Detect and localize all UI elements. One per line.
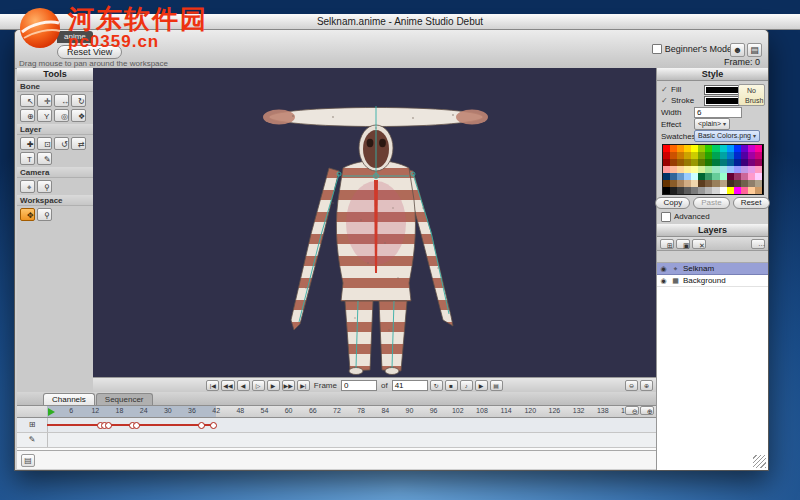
layer-options-button[interactable]: ⋯	[751, 239, 765, 249]
layer-row-background[interactable]: ◉ ▦ Background	[657, 275, 768, 287]
palette-swatch[interactable]	[705, 180, 712, 187]
step-back-button[interactable]: ◀	[237, 380, 250, 391]
tab-sequencer[interactable]: Sequencer	[96, 393, 153, 405]
palette-swatch[interactable]	[727, 187, 734, 194]
tab-channels[interactable]: Channels	[43, 393, 95, 405]
palette-swatch[interactable]	[677, 152, 684, 159]
palette-swatch[interactable]	[748, 145, 755, 152]
palette-swatch[interactable]	[663, 180, 670, 187]
palette-swatch[interactable]	[670, 152, 677, 159]
pan-workspace-tool[interactable]: ✥	[20, 208, 35, 221]
fill-color-well[interactable]	[704, 85, 742, 95]
advanced-checkbox[interactable]	[661, 212, 671, 222]
bone-strength-tool[interactable]: ◎	[54, 109, 69, 122]
palette-swatch[interactable]	[734, 159, 741, 166]
palette-swatch[interactable]	[663, 145, 670, 152]
palette-swatch[interactable]	[748, 187, 755, 194]
palette-swatch[interactable]	[748, 173, 755, 180]
keyframe-dot[interactable]	[105, 422, 112, 429]
frame-input[interactable]: 0	[341, 380, 377, 391]
palette-swatch[interactable]	[691, 166, 698, 173]
stroke-color-well[interactable]	[704, 96, 742, 106]
channel-row-empty[interactable]: ✎	[17, 433, 656, 448]
palette-swatch[interactable]	[698, 159, 705, 166]
palette-swatch[interactable]	[712, 173, 719, 180]
playhead-marker[interactable]	[48, 408, 55, 416]
palette-swatch[interactable]	[712, 152, 719, 159]
palette-swatch[interactable]	[705, 152, 712, 159]
palette-swatch[interactable]	[720, 152, 727, 159]
palette-swatch[interactable]	[698, 173, 705, 180]
loop-button[interactable]: ↻	[430, 380, 443, 391]
duplicate-layer-button[interactable]: ▣	[676, 239, 690, 249]
draw-tool[interactable]: ✎	[37, 152, 52, 165]
palette-swatch[interactable]	[727, 166, 734, 173]
palette-swatch[interactable]	[691, 173, 698, 180]
palette-swatch[interactable]	[712, 166, 719, 173]
document-status-icon[interactable]: ▤	[21, 454, 35, 467]
palette-swatch[interactable]	[670, 145, 677, 152]
palette-swatch[interactable]	[748, 152, 755, 159]
palette-swatch[interactable]	[720, 145, 727, 152]
translate-layer-tool[interactable]: ✚	[20, 137, 35, 150]
beginners-mode-checkbox[interactable]	[652, 44, 662, 54]
play-button[interactable]: ▷	[252, 380, 265, 391]
track-camera-tool[interactable]: ⌖	[20, 180, 35, 193]
width-input[interactable]: 6	[694, 107, 742, 118]
timeline-zoom-in-icon[interactable]: ⊕	[640, 406, 654, 415]
reparent-bone-tool[interactable]: Y	[37, 109, 52, 122]
palette-swatch[interactable]	[677, 173, 684, 180]
palette-swatch[interactable]	[691, 180, 698, 187]
palette-swatch[interactable]	[741, 159, 748, 166]
palette-swatch[interactable]	[741, 152, 748, 159]
layer-visibility-icon[interactable]: ◉	[659, 277, 668, 285]
palette-swatch[interactable]	[720, 159, 727, 166]
paste-style-button[interactable]: Paste	[693, 197, 729, 209]
palette-swatch[interactable]	[691, 152, 698, 159]
palette-swatch[interactable]	[663, 166, 670, 173]
palette-swatch[interactable]	[684, 166, 691, 173]
palette-swatch[interactable]	[727, 159, 734, 166]
palette-swatch[interactable]	[748, 180, 755, 187]
palette-swatch[interactable]	[727, 145, 734, 152]
palette-swatch[interactable]	[677, 159, 684, 166]
palette-swatch[interactable]	[698, 152, 705, 159]
palette-swatch[interactable]	[670, 173, 677, 180]
playback-options-button[interactable]: ▤	[490, 380, 503, 391]
palette-swatch[interactable]	[684, 159, 691, 166]
zoom-camera-tool[interactable]: ⚲	[37, 180, 52, 193]
keyframe-dot[interactable]	[133, 422, 140, 429]
palette-swatch[interactable]	[705, 173, 712, 180]
palette-swatch[interactable]	[663, 187, 670, 194]
palette-swatch[interactable]	[684, 180, 691, 187]
copy-style-button[interactable]: Copy	[655, 197, 690, 209]
palette-swatch[interactable]	[734, 187, 741, 194]
swatches-dropdown[interactable]: Basic Colors.png ▾	[694, 130, 760, 142]
delete-layer-button[interactable]: ✕	[692, 239, 706, 249]
scale-layer-tool[interactable]: ⊡	[37, 137, 52, 150]
prev-keyframe-button[interactable]: ◀◀	[221, 380, 234, 391]
palette-swatch[interactable]	[748, 159, 755, 166]
window-resize-grip[interactable]	[753, 455, 766, 468]
palette-swatch[interactable]	[748, 166, 755, 173]
palette-swatch[interactable]	[720, 180, 727, 187]
palette-swatch[interactable]	[734, 173, 741, 180]
palette-swatch[interactable]	[698, 180, 705, 187]
jump-start-button[interactable]: |◀	[206, 380, 219, 391]
palette-swatch[interactable]	[727, 173, 734, 180]
palette-swatch[interactable]	[684, 173, 691, 180]
palette-swatch[interactable]	[698, 166, 705, 173]
no-brush-button[interactable]: No Brush	[738, 84, 765, 106]
rotate-layer-tool[interactable]: ↺	[54, 137, 69, 150]
palette-swatch[interactable]	[741, 187, 748, 194]
palette-swatch[interactable]	[727, 180, 734, 187]
palette-swatch[interactable]	[691, 145, 698, 152]
canvas-zoom-out-icon[interactable]: ⊖	[625, 380, 638, 391]
palette-swatch[interactable]	[684, 152, 691, 159]
text-tool[interactable]: T	[20, 152, 35, 165]
palette-swatch[interactable]	[720, 166, 727, 173]
palette-swatch[interactable]	[663, 159, 670, 166]
layer-visibility-icon[interactable]: ◉	[659, 265, 668, 273]
palette-swatch[interactable]	[677, 180, 684, 187]
workspace-canvas[interactable]	[93, 68, 656, 377]
